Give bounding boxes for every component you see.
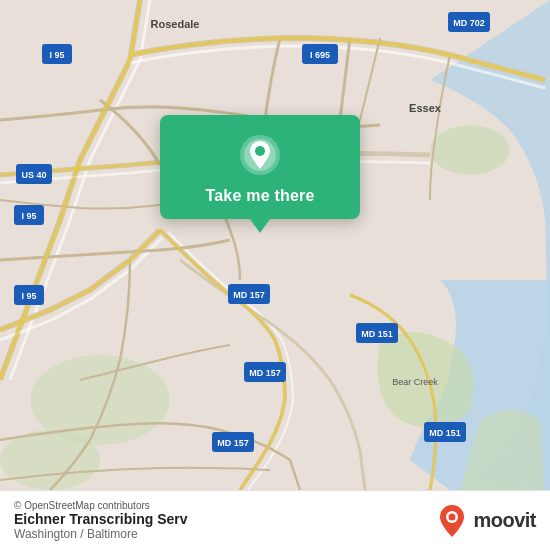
svg-text:MD 151: MD 151 (361, 329, 393, 339)
attribution: © OpenStreetMap contributors (14, 500, 188, 511)
location-pin-icon (238, 133, 282, 177)
map-container: I 95 I 695 MD 702 US 40 I 95 I 95 MD 157… (0, 0, 550, 490)
svg-text:Bear Creek: Bear Creek (392, 377, 438, 387)
svg-text:MD 157: MD 157 (217, 438, 249, 448)
popup-card[interactable]: Take me there (160, 115, 360, 219)
svg-point-33 (449, 513, 456, 520)
svg-text:I 95: I 95 (49, 50, 64, 60)
svg-text:MD 157: MD 157 (249, 368, 281, 378)
svg-text:Rosedale: Rosedale (151, 18, 200, 30)
svg-point-3 (0, 430, 100, 490)
svg-text:MD 151: MD 151 (429, 428, 461, 438)
svg-text:I 695: I 695 (310, 50, 330, 60)
take-me-there-button[interactable]: Take me there (205, 187, 314, 205)
svg-point-31 (255, 146, 265, 156)
moovit-logo: moovit (437, 503, 536, 539)
business-location: Washington / Baltimore (14, 527, 188, 541)
bottom-bar: © OpenStreetMap contributors Eichner Tra… (0, 490, 550, 550)
svg-text:Essex: Essex (409, 102, 442, 114)
moovit-pin-icon (437, 503, 467, 539)
svg-text:US 40: US 40 (21, 170, 46, 180)
svg-point-1 (430, 125, 510, 175)
svg-text:MD 702: MD 702 (453, 18, 485, 28)
svg-text:I 95: I 95 (21, 211, 36, 221)
svg-text:I 95: I 95 (21, 291, 36, 301)
bottom-left: © OpenStreetMap contributors Eichner Tra… (14, 500, 188, 541)
business-name: Eichner Transcribing Serv (14, 511, 188, 527)
moovit-text: moovit (473, 509, 536, 532)
svg-text:MD 157: MD 157 (233, 290, 265, 300)
